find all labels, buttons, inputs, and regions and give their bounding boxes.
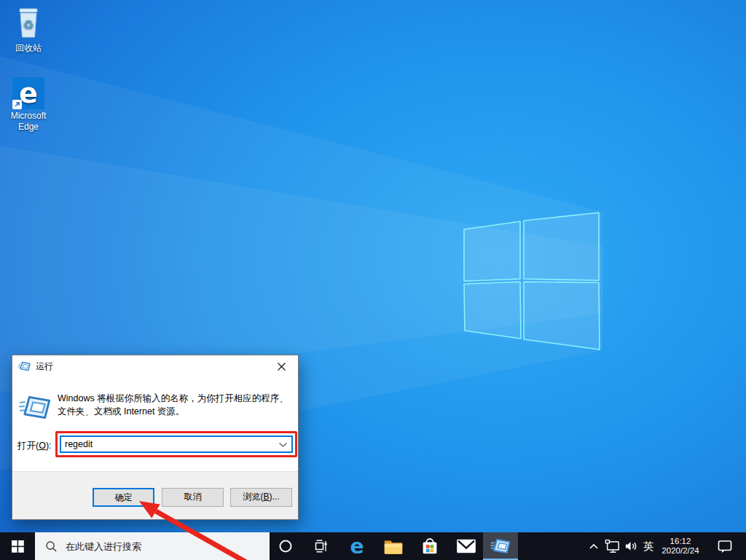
cortana-button[interactable]: [268, 532, 303, 560]
clock-date: 2020/2/24: [661, 546, 699, 556]
description-line2: 文件夹、文档或 Internet 资源。: [58, 406, 294, 419]
action-center-icon: [718, 540, 732, 553]
search-input[interactable]: [66, 541, 270, 552]
start-icon: [12, 540, 24, 553]
volume-tray-button[interactable]: [622, 532, 640, 560]
shortcut-badge: [12, 100, 22, 109]
open-label-mnemonic: O: [39, 441, 46, 451]
run-icon: [18, 361, 31, 371]
browse-label-prefix: 浏览(: [243, 492, 263, 502]
ok-button[interactable]: 确定: [93, 488, 154, 507]
screen: ♻ 回收站 e Microsoft Edge 运行: [0, 0, 746, 560]
open-input[interactable]: [61, 437, 278, 451]
tray-show-hidden-icons-button[interactable]: [584, 532, 602, 560]
run-dialog-title: 运行: [36, 360, 53, 373]
taskbar-search-box[interactable]: [35, 532, 270, 560]
open-label: 打开(O):: [17, 440, 52, 452]
cortana-icon: [278, 539, 293, 553]
edge-label: Microsoft Edge: [5, 111, 52, 133]
network-icon: [605, 539, 621, 553]
search-icon: [45, 540, 58, 553]
open-combobox[interactable]: [60, 435, 293, 453]
run-icon-taskbar: [490, 538, 511, 554]
run-dialog-description: Windows 将根据你所输入的名称，为你打开相应的程序、 文件夹、文档或 In…: [58, 393, 294, 418]
clock[interactable]: 16:12 2020/2/24: [655, 532, 706, 560]
mail-icon: [455, 538, 477, 554]
recycle-glyph: ♻: [23, 18, 34, 32]
close-button[interactable]: [265, 355, 298, 377]
edge-icon: e: [350, 535, 364, 559]
task-view-button[interactable]: [303, 532, 338, 560]
tray-chevron-icon: [589, 544, 598, 549]
recycle-bin-icon: ♻: [14, 6, 43, 39]
run-icon-large: [19, 395, 51, 420]
taskbar-run-button-active[interactable]: [483, 532, 518, 560]
action-center-button[interactable]: [710, 532, 740, 560]
browse-label-suffix: )...: [270, 492, 280, 502]
combo-chevron-icon[interactable]: [279, 443, 287, 447]
store-icon: [419, 535, 441, 557]
desktop-icon-microsoft-edge[interactable]: e Microsoft Edge: [5, 77, 52, 133]
browse-button[interactable]: 浏览(B)...: [230, 488, 292, 507]
clock-time: 16:12: [670, 537, 691, 547]
taskbar: e: [0, 532, 746, 560]
network-tray-button[interactable]: [602, 532, 622, 560]
recycle-bin-label: 回收站: [5, 43, 52, 54]
run-dialog-titlebar[interactable]: 运行: [12, 355, 298, 377]
cancel-button[interactable]: 取消: [162, 488, 224, 507]
mail-button[interactable]: [449, 532, 484, 560]
windows-logo: [461, 211, 601, 353]
run-dialog-footer: 确定 取消 浏览(B)...: [12, 471, 298, 519]
description-line1: Windows 将根据你所输入的名称，为你打开相应的程序、: [58, 393, 294, 406]
ime-indicator[interactable]: 英: [640, 532, 656, 560]
store-button[interactable]: [412, 532, 447, 560]
close-icon: [278, 363, 286, 371]
file-explorer-button[interactable]: [376, 532, 411, 560]
open-label-suffix: ):: [46, 441, 52, 451]
start-button[interactable]: [0, 532, 35, 560]
task-view-icon: [313, 540, 328, 553]
edge-tile: e: [12, 77, 44, 109]
open-label-prefix: 打开(: [17, 441, 39, 451]
taskbar-edge-button[interactable]: e: [339, 532, 374, 560]
desktop-icon-recycle-bin[interactable]: ♻ 回收站: [5, 6, 52, 54]
volume-icon: [624, 540, 638, 552]
shortcut-arrow-icon: [13, 100, 21, 109]
run-dialog: 运行 Windows 将根据你所输入的名称，为你打开相应的程序、 文件夹、文档或…: [12, 355, 299, 520]
browse-label-mnemonic: B: [263, 492, 269, 502]
file-explorer-icon: [382, 537, 404, 556]
